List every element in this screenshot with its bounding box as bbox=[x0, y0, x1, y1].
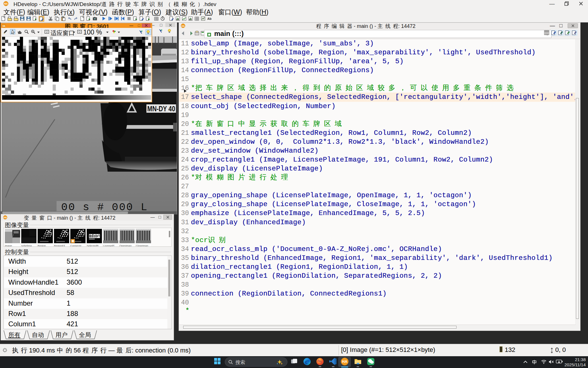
svg-text:Ab: Ab bbox=[207, 17, 212, 20]
